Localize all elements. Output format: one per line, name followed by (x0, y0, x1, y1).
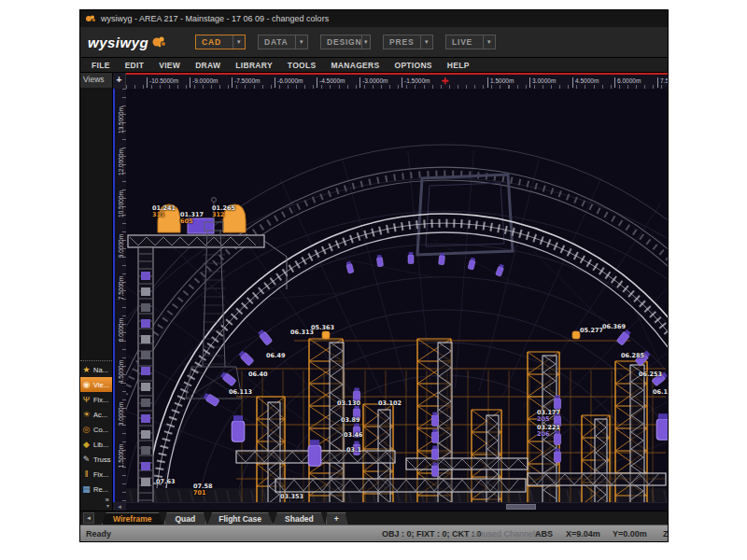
fixture-label[interactable]: 03.102 (378, 400, 402, 407)
fixture-label[interactable]: 06.40 (248, 371, 268, 378)
status-bar: Ready OBJ : 0; FIXT : 0; CKT : 0 Unused … (80, 525, 668, 541)
v-ruler-label: 7.5000m (118, 270, 124, 307)
menu-bar: FILEEDITVIEWDRAWLIBRARYTOOLSMANAGERSOPTI… (80, 58, 668, 73)
fixture-label[interactable]: 06.49 (266, 353, 286, 359)
shortcut-item-1[interactable]: ◉Vie... (80, 377, 112, 392)
mode-button-design[interactable]: DESIGN▼ (320, 35, 371, 49)
fixture-label[interactable]: 03.130 (337, 400, 360, 407)
chevron-down-icon: ▼ (420, 35, 432, 49)
scroll-track[interactable] (126, 503, 668, 511)
status-unused-channels: Unused Channels (472, 529, 540, 539)
chevron-down-icon: ▼ (233, 35, 245, 49)
wysiwyg-window: wysiwyg - AREA 217 - Mainstage - 17 06 0… (79, 9, 669, 542)
fixture-label[interactable]: 06.285 (621, 353, 644, 359)
menu-item-draw[interactable]: DRAW (188, 61, 228, 70)
fixture-id: 07.63 (156, 478, 176, 485)
fixture-label[interactable]: 03.89 (341, 417, 360, 424)
shortcut-item-2[interactable]: ΨFix... (80, 392, 112, 407)
fixture-channel: 205 (537, 416, 560, 423)
tab-flight-case[interactable]: Flight Case (207, 512, 273, 525)
shortcut-item-6[interactable]: ✎Truss (80, 452, 112, 467)
tab-scroll-left-button[interactable]: ◄ (83, 512, 94, 524)
mode-button-data[interactable]: DATA▼ (258, 35, 308, 49)
h-ruler-label: 3.0000m (529, 77, 556, 88)
tab-quad[interactable]: Quad (164, 512, 207, 525)
v-ruler-label: 10.5000m (118, 186, 124, 223)
tab--[interactable]: + (326, 512, 347, 525)
fixture-label[interactable]: 06.177 (653, 389, 668, 396)
fixture-label[interactable]: 03.221206 (537, 425, 560, 438)
shortcut-label: Fix... (93, 396, 108, 404)
menu-item-file[interactable]: FILE (84, 61, 118, 70)
scroll-left-arrow[interactable]: ◄ (113, 503, 126, 511)
fixture-label[interactable]: 06.369 (602, 324, 626, 330)
mode-switcher: CAD▼DATA▼DESIGN▼PRES▼LIVE▼ (195, 35, 496, 49)
ruler-origin-button[interactable]: + (113, 73, 126, 89)
fixture-label[interactable]: 01.241311 (152, 205, 176, 218)
fixture-label[interactable]: 07.58701 (193, 483, 213, 497)
fixture-label[interactable]: 05.277 (580, 328, 603, 334)
canvas-row: 13.5000m12.0000m10.5000m9.0000m7.5000m6.… (113, 89, 668, 502)
fixture-id: 06.177 (653, 388, 668, 396)
horizontal-ruler[interactable]: -10.5000m-9.0000m-7.5000m-6.0000m-4.5000… (126, 73, 668, 89)
tab-shaded[interactable]: Shaded (274, 512, 325, 525)
shortcut-label: Lib... (93, 441, 108, 449)
menu-item-view[interactable]: VIEW (151, 61, 188, 70)
mode-label: LIVE (446, 37, 483, 47)
view-tab-bar: ◄ WireframeQuadFlight CaseShaded+ (80, 511, 668, 525)
fixture-label[interactable]: 06.113 (229, 389, 252, 396)
vertical-ruler[interactable]: 13.5000m12.0000m10.5000m9.0000m7.5000m6.… (113, 89, 126, 502)
fixture-id: 05.363 (311, 324, 334, 331)
fixture-id: 06.285 (621, 352, 644, 359)
star-icon: ★ (81, 365, 92, 374)
tab-wireframe[interactable]: Wireframe (102, 512, 163, 525)
h-ruler-label: -4.5000m (317, 77, 345, 88)
shortcut-overflow-button[interactable]: » ▾ (80, 497, 112, 511)
fixture-label[interactable]: 01.265312 (212, 205, 235, 218)
color-icon: ◎ (81, 425, 92, 434)
menu-item-managers[interactable]: MANAGERS (323, 61, 387, 70)
menu-item-tools[interactable]: TOOLS (280, 61, 324, 70)
fixture-label[interactable]: 03.46 (344, 432, 363, 439)
fixture-label[interactable]: 01.317605 (180, 212, 204, 225)
fixture-id: 03.46 (344, 431, 363, 439)
menu-item-options[interactable]: OPTIONS (387, 61, 439, 70)
mode-button-live[interactable]: LIVE▼ (445, 35, 496, 49)
mode-button-cad[interactable]: CAD▼ (195, 35, 246, 49)
fixture-label[interactable]: 07.63 (156, 479, 176, 485)
shortcut-item-5[interactable]: ◆Lib... (80, 437, 112, 452)
fixture-id: 06.49 (266, 352, 286, 359)
fixture-label[interactable]: 03.1 (346, 447, 361, 454)
scroll-thumb[interactable] (506, 504, 536, 510)
fixture-label[interactable]: 03.177205 (537, 410, 560, 423)
shortcut-item-0[interactable]: ★Na... (80, 362, 112, 377)
fixture-label[interactable]: 03.353 (280, 494, 303, 500)
status-ready: Ready (86, 529, 111, 539)
rear-arch-truss (126, 145, 668, 502)
shortcut-item-3[interactable]: ☀Ac... (80, 407, 112, 422)
menu-item-edit[interactable]: EDIT (118, 61, 152, 70)
canvas-column: + -10.5000m-9.0000m-7.5000m-6.0000m-4.50… (113, 73, 668, 511)
views-panel-body[interactable] (80, 88, 112, 360)
fixture-id: 05.277 (580, 327, 603, 334)
mode-label: DESIGN (321, 37, 361, 47)
shortcut-item-4[interactable]: ◎Co... (80, 422, 112, 437)
accessory-icon: ☀ (81, 410, 92, 419)
stage-canvas[interactable]: 01.24131101.26531201.31760506.31305.3630… (126, 89, 668, 502)
fixture-icon: Ψ (81, 395, 92, 404)
h-ruler-label: -3.0000m (359, 77, 388, 88)
menu-item-library[interactable]: LIBRARY (228, 61, 280, 70)
h-ruler-label: -9.0000m (190, 77, 218, 88)
status-coord-mode: ABS (535, 529, 553, 539)
v-ruler-label: 4.5000m (118, 354, 124, 391)
h-ruler-label: -7.5000m (232, 77, 260, 88)
fixture-label[interactable]: 06.253 (639, 371, 662, 378)
fixture-label[interactable]: 05.363 (311, 325, 334, 331)
shortcut-item-7[interactable]: ‖Fix... (80, 467, 112, 482)
fixture-id: 06.369 (602, 323, 626, 330)
main-area: Views ★Na...◉Vie...ΨFix...☀Ac...◎Co...◆L… (80, 73, 668, 511)
wysiwyg-logo: wysiwyg (80, 35, 185, 50)
mode-button-pres[interactable]: PRES▼ (383, 35, 433, 49)
shortcut-item-8[interactable]: ▦Re... (80, 482, 112, 497)
menu-item-help[interactable]: HELP (440, 61, 477, 70)
